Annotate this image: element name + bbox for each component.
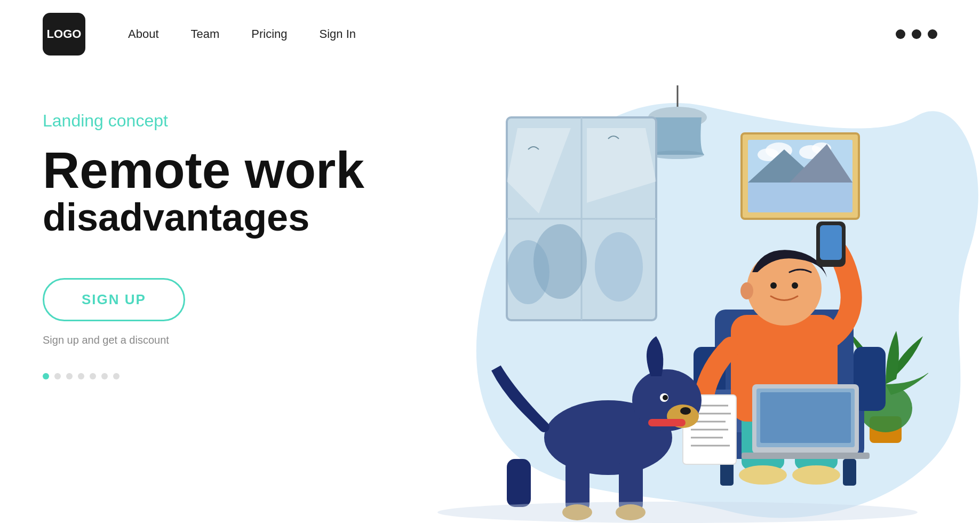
- svg-point-64: [437, 502, 918, 523]
- scene-illustration: [421, 85, 928, 523]
- discount-text: Sign up and get a discount: [43, 334, 395, 346]
- nav-item-about[interactable]: About: [128, 27, 159, 41]
- header: LO GO About Team Pricing Sign In: [0, 0, 980, 68]
- pag-dot-1[interactable]: [43, 373, 49, 379]
- svg-point-37: [792, 282, 798, 289]
- hero-title: Remote work disadvantages: [43, 144, 395, 237]
- pag-dot-2[interactable]: [54, 373, 61, 379]
- svg-point-9: [533, 224, 587, 299]
- pag-dot-4[interactable]: [78, 373, 84, 379]
- pag-dot-5[interactable]: [90, 373, 96, 379]
- svg-point-57: [680, 407, 691, 415]
- hero-title-line2: disadvantages: [43, 197, 395, 238]
- svg-rect-51: [742, 453, 870, 459]
- svg-rect-62: [507, 459, 531, 507]
- main-content: Landing concept Remote work disadvantage…: [0, 68, 980, 523]
- svg-rect-40: [820, 225, 842, 260]
- svg-rect-29: [843, 459, 856, 486]
- svg-point-2: [651, 150, 704, 159]
- hero-illustration: [395, 79, 937, 523]
- pagination-dots: [43, 373, 395, 379]
- logo[interactable]: LO GO: [43, 13, 85, 56]
- logo-text-line2: GO: [63, 28, 81, 41]
- nav-item-signin[interactable]: Sign In: [320, 27, 356, 41]
- hero-title-line1: Remote work: [43, 141, 364, 199]
- svg-rect-50: [760, 392, 851, 443]
- pag-dot-7[interactable]: [113, 373, 119, 379]
- hero-left: Landing concept Remote work disadvantage…: [43, 79, 395, 379]
- svg-rect-63: [648, 419, 686, 426]
- header-dots: [896, 29, 937, 39]
- nav-item-pricing[interactable]: Pricing: [251, 27, 287, 41]
- header-dot-3: [928, 29, 937, 39]
- hero-subtitle: Landing concept: [43, 111, 395, 131]
- svg-point-36: [770, 282, 777, 289]
- svg-point-38: [740, 282, 753, 299]
- header-dot-2: [912, 29, 921, 39]
- pag-dot-6[interactable]: [101, 373, 108, 379]
- svg-point-32: [739, 465, 787, 485]
- signup-button[interactable]: SIGN UP: [43, 278, 185, 321]
- logo-text-line1: LO: [47, 28, 63, 41]
- svg-point-33: [792, 465, 840, 485]
- svg-point-10: [595, 232, 643, 302]
- header-dot-1: [896, 29, 905, 39]
- nav-item-team[interactable]: Team: [191, 27, 220, 41]
- pag-dot-3[interactable]: [66, 373, 73, 379]
- svg-point-56: [663, 395, 668, 400]
- main-nav: About Team Pricing Sign In: [128, 27, 356, 41]
